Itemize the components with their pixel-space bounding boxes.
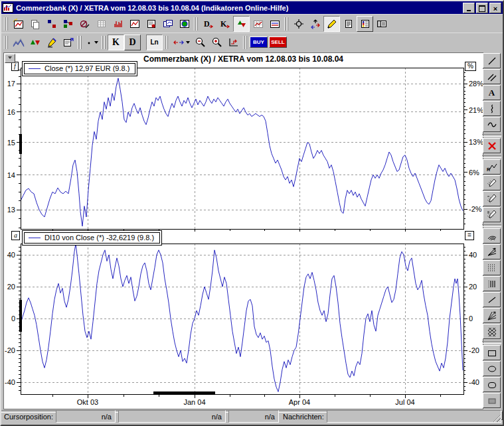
svg-text:6%: 6% [469,169,479,177]
wave-tool[interactable] [483,117,501,132]
title-bar: Commerzbank (X) / XETRA vom 12.08.03 bis… [1,1,503,14]
pane1-function-marker[interactable]: f [11,62,19,71]
daily-chart-button[interactable]: D [124,35,141,50]
draw-hatch-tool-1[interactable] [483,175,501,190]
watchlist-button[interactable] [357,16,373,32]
fan-corner-tool[interactable] [483,308,501,323]
copy-chart-button[interactable] [27,16,43,32]
crosshatch-tool[interactable] [483,324,501,339]
rectangle-tool[interactable] [483,345,501,360]
notes-document-button[interactable] [340,16,357,32]
rectangle-icon [487,348,497,358]
svg-text:K: K [220,19,227,29]
trendline-tool[interactable] [483,292,501,307]
zigzag-triangles-button[interactable] [27,35,43,50]
pane-collapse-button[interactable] [5,54,15,63]
filled-rectangle-icon [487,395,497,406]
toolbar-grip[interactable] [243,36,248,49]
buy-button[interactable]: BUY [250,36,268,48]
toolbar-grip[interactable] [4,36,9,49]
svg-text:Jul 04: Jul 04 [395,398,414,406]
grid-chart-button[interactable] [250,16,266,32]
report-button[interactable] [143,16,159,32]
main-area: Commerzbank (X) / XETRA vom 12.08.03 bis… [1,52,503,409]
delete-drawing-button[interactable] [76,16,93,32]
zigzag-tool[interactable] [483,101,501,116]
pane1-legend[interactable]: Close (*) 12,97 EUR (9.8.) [22,61,137,76]
dropdown-arrow-icon [94,41,98,46]
window-controls: × [463,3,501,13]
new-chart-button[interactable] [10,16,27,32]
indicator-d-button[interactable]: D [200,16,216,32]
messages-field [327,410,501,423]
line-icon [487,56,497,66]
close-button[interactable]: × [489,3,501,13]
zoom-out-button[interactable] [192,35,209,50]
filled-rectangle-tool[interactable] [483,393,501,408]
ellipse-tool[interactable] [483,361,501,376]
mountain-chart-icon [13,37,25,48]
pane2-function-marker[interactable]: a [11,231,20,240]
data-table-button[interactable] [93,16,110,32]
axis-settings-button[interactable] [225,35,242,50]
delete-tool[interactable] [483,138,501,153]
candle-chart-button[interactable]: K [108,35,124,50]
mountain-chart-button[interactable] [10,35,27,50]
data-points-button[interactable] [43,16,60,32]
portfolio-structure-button[interactable] [60,16,76,32]
minimize-button[interactable] [463,3,475,13]
line-tool[interactable] [483,53,501,68]
sell-button[interactable]: SELL [269,36,287,48]
toolbar-grip[interactable] [194,17,199,31]
line-chart-button[interactable] [126,16,143,32]
draw-hatch-tool-3[interactable] [483,207,501,222]
properties-button[interactable] [60,35,76,50]
crosshair-button[interactable] [290,16,307,32]
toolbar-grip[interactable] [78,36,82,49]
svg-text:-20: -20 [5,346,15,354]
line-chart-icon [129,19,140,29]
draw-pen-button[interactable] [323,16,340,32]
fan-arrow-tool[interactable] [483,244,501,259]
pane2-legend[interactable]: DI10 von Close (*) -32,6219 (9.8.) [22,230,162,246]
line-style-button[interactable] [84,35,100,50]
trendline-icon [487,295,497,305]
fibonacci-lines-tool[interactable] [483,260,501,275]
arcs-tool[interactable] [483,228,501,244]
toolbar-grip[interactable] [164,36,169,49]
rounded-rectangle-icon [487,380,497,390]
log-scale-button[interactable]: Ln [146,35,163,50]
toolbar-grip[interactable] [4,17,9,31]
move-arrows-button[interactable] [307,16,323,32]
cursor-value-field-2: n/a [118,410,226,423]
pane2-equals-marker[interactable]: = [465,231,474,240]
parallel-lines-tool[interactable] [483,69,501,84]
detail-panel-button[interactable] [373,16,390,32]
chart-canvas[interactable]: Commerzbank (X) / XETRA vom 12.08.03 bis… [3,52,483,409]
svg-text:Jan 04: Jan 04 [183,398,205,406]
marker-pen-button[interactable] [43,35,60,50]
fit-width-button[interactable] [170,35,192,50]
cursor-value-field-3: n/a [228,410,279,423]
toolbar-grip[interactable] [102,36,106,49]
maximize-button[interactable] [476,3,488,13]
text-tool[interactable]: A [483,85,501,100]
histogram-icon [113,19,124,29]
line-panel-button[interactable] [266,16,283,32]
toolbar-grip[interactable] [284,17,289,31]
regression-tool[interactable]: R [483,159,501,175]
wave-icon [487,119,497,130]
dropdown-arrow-icon [186,41,190,46]
histogram-button[interactable] [110,16,126,32]
indicator-k-button[interactable]: K [216,16,233,32]
tools-separator [482,341,501,344]
chart-web-button[interactable] [176,16,193,32]
chart-stack-button[interactable] [159,16,176,32]
draw-hatch-tool-2[interactable] [483,191,501,206]
compress-view-button[interactable] [233,16,250,32]
zoom-in-button[interactable] [209,35,225,50]
rounded-rectangle-tool[interactable] [483,377,501,392]
vertical-lines-tool[interactable] [483,276,501,291]
pane1-percent-marker[interactable]: % [465,62,476,71]
svg-text:0: 0 [11,315,15,322]
